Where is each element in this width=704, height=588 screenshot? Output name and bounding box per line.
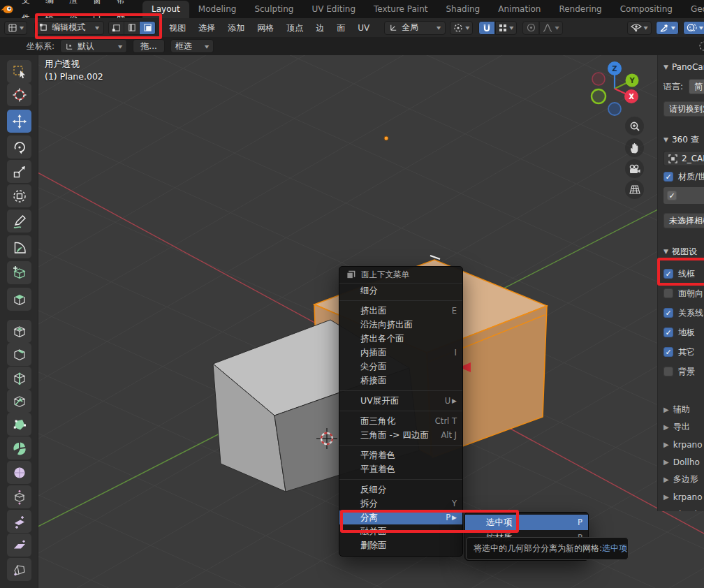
proportional-edit-button[interactable] [522,21,539,35]
tab-geometry-nodes[interactable]: Geometry Nodes [682,1,704,18]
viewport-menu-3[interactable]: 网格 [251,19,280,37]
menu-item-4[interactable]: 挤出各个面 [339,332,462,346]
no-camera-button[interactable]: 未选择相机 [663,213,704,228]
checkbox-row-0[interactable]: ✓线框 [663,264,704,284]
viewport-menu-7[interactable]: UV [351,19,376,37]
menu-item-6[interactable]: 尖分面 [339,360,462,374]
tool-rip-region-button[interactable] [7,558,31,581]
panel-header-360[interactable]: ▼ 360 查 [663,132,704,147]
camera-view-button[interactable] [625,159,644,178]
tool-extrude-region-button[interactable] [7,288,31,311]
collapsed-panel-2[interactable]: ▶krpano [663,436,704,453]
collapsed-panel-6[interactable]: ▶Blende [663,506,704,511]
overlays-toggle-dropdown[interactable]: ▼ [683,21,704,35]
visibility-dropdown[interactable]: ▼ [627,21,652,35]
tool-knife-button[interactable] [7,390,31,413]
menu-item-18[interactable]: 拆分Y [339,497,462,510]
axis-neg-z-ball[interactable] [608,103,621,115]
edge-select-button[interactable] [124,22,140,34]
tool-cursor-button[interactable] [7,83,31,106]
tool-scale-button[interactable] [7,160,31,183]
snap-toggle-button[interactable] [478,21,495,35]
switch-button[interactable]: 请切换到对 [663,101,704,117]
material-world-checkbox[interactable]: ✓ [663,172,673,182]
tab-uv-editing[interactable]: UV Editing [302,1,365,18]
checkbox-3[interactable]: ✓ [663,328,673,337]
tool-loop-cut-button[interactable] [7,367,31,390]
checkbox-1[interactable] [663,288,673,298]
zoom-button[interactable] [625,117,644,135]
tab-shading[interactable]: Shading [437,1,489,18]
checkbox-5[interactable] [663,367,673,376]
menu-item-2[interactable]: 挤出面E [339,304,462,318]
panel-header-panocam[interactable]: ▼ PanoCam [663,59,704,75]
collapsed-panel-4[interactable]: ▶多边形 [663,471,704,488]
camera-object-field[interactable]: 2_CAM [663,151,704,166]
menu-item-0[interactable]: 细分 [339,284,462,297]
collapsed-panel-5[interactable]: ▶krpano [663,488,704,506]
axis-neg-y-ball[interactable] [592,89,606,103]
pan-button[interactable] [625,138,644,157]
menu-item-15[interactable]: 平直着色 [339,462,462,476]
checkbox-0[interactable]: ✓ [663,269,673,279]
viewport-menu-6[interactable]: 面 [330,19,351,37]
collapsed-panel-0[interactable]: ▶辅助 [663,401,704,418]
menu-item-11[interactable]: 面三角化Ctrl T [339,414,462,428]
tool-rotate-button[interactable] [7,135,31,159]
navigation-gizmo[interactable]: Z Y X [580,54,657,121]
tool-edge-slide-button[interactable] [7,485,31,508]
menu-item-21[interactable]: 删除面 [339,538,462,552]
submenu-item-0[interactable]: 选中项P [465,515,588,530]
vertex-select-button[interactable] [109,22,124,34]
viewport-menu-2[interactable]: 添加 [221,19,251,37]
panel-header-viewport-settings[interactable]: ▼ 视图设 [663,244,704,259]
editor-type-button[interactable]: ▼ [4,21,27,35]
menu-item-3[interactable]: 沿法向挤出面 [339,318,462,332]
menu-item-14[interactable]: 平滑着色 [339,448,462,462]
tool-poly-build-button[interactable] [7,413,31,436]
viewport-menu-4[interactable]: 顶点 [280,19,309,37]
tab-layout[interactable]: Layout [142,1,189,18]
collapsed-panel-1[interactable]: ▶导出 [663,418,704,436]
tab-modeling[interactable]: Modeling [189,1,246,18]
orientation-dropdown[interactable]: 全局 ▼ [384,21,446,35]
tab-animation[interactable]: Animation [489,1,550,18]
collapsed-panel-3[interactable]: ▶Dollho [663,453,704,471]
checkbox-2[interactable]: ✓ [663,308,673,318]
tool-inset-faces-button[interactable] [7,320,31,343]
menu-item-9[interactable]: UV展开面U▶ [339,394,462,408]
tool-move-button[interactable] [7,110,31,133]
tool-bevel-button[interactable] [7,343,31,366]
coord-system-dropdown[interactable]: 默认 ▼ [60,39,127,53]
falloff-dropdown[interactable]: ▼ [539,21,562,35]
material-world-row[interactable]: ✓ 材质/世界 [663,168,704,185]
tool-measure-button[interactable] [7,235,31,258]
viewport-menu-5[interactable]: 边 [309,19,330,37]
pivot-point-dropdown[interactable]: ▼ [450,21,473,35]
checkbox-row-5[interactable]: 背景 [663,362,704,381]
mode-dropdown[interactable]: 编辑模式 ▼ [34,21,104,35]
tab-rendering[interactable]: Rendering [550,1,610,18]
tab-sculpting[interactable]: Sculpting [245,1,302,18]
checkbox-row-3[interactable]: ✓地板 [663,323,704,342]
menu-item-5[interactable]: 内插面I [339,346,462,360]
tab-compositing[interactable]: Compositing [611,1,682,18]
axis-neg-x-ball[interactable] [592,73,605,85]
checkbox-row-1[interactable]: 面朝向 [663,284,704,303]
tool-select-box-button[interactable] [7,60,31,83]
tool-annotate-button[interactable] [7,210,31,233]
sub-option-checkbox[interactable]: ✓ [667,191,677,200]
checkbox-row-4[interactable]: ✓其它 [663,342,704,362]
tool-shear-button[interactable] [7,534,31,557]
viewport-menu-1[interactable]: 选择 [192,19,221,37]
tab-texture-paint[interactable]: Texture Paint [365,1,437,18]
checkbox-row-2[interactable]: ✓关系线 [663,303,704,323]
checkbox-4[interactable]: ✓ [663,347,673,357]
menu-item-17[interactable]: 反细分 [339,483,462,497]
tool-add-cube-button[interactable] [7,261,31,284]
blender-logo[interactable] [0,3,14,15]
menu-item-7[interactable]: 桥接面 [339,374,462,388]
drag-button[interactable]: 拖... [133,39,165,53]
select-tool-dropdown[interactable]: 框选 ▼ [170,39,214,53]
menu-item-19[interactable]: 分离P▶ [339,510,462,524]
